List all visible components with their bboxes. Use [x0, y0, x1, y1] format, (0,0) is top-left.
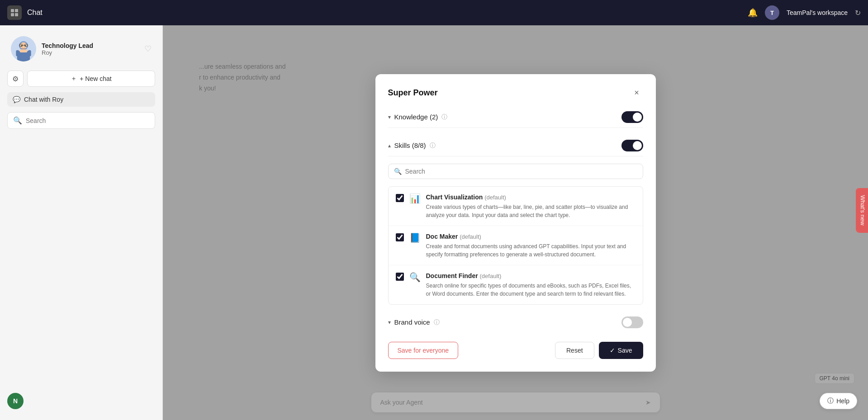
whats-new-tab[interactable]: What's new [856, 188, 868, 232]
save-label: Save [618, 347, 632, 354]
workspace-name: TeamPal's workspace [787, 9, 848, 16]
favorite-heart-icon[interactable]: ♡ [144, 44, 152, 54]
skills-row-left: ▴ Skills (8/8) ⓘ [388, 142, 436, 150]
topbar-right: 🔔 T TeamPal's workspace ↻ [748, 5, 861, 20]
topbar-title: Chat [27, 9, 43, 17]
super-power-modal: Super Power × ▾ Knowledge (2) ⓘ ▴ Skills… [375, 74, 656, 372]
knowledge-label: Knowledge (2) [394, 113, 438, 121]
skills-search-icon: 🔍 [394, 168, 402, 175]
skill-content-1: Doc Maker (default) Create and format do… [426, 232, 636, 259]
knowledge-section-row: ▾ Knowledge (2) ⓘ [388, 107, 643, 128]
chat-icon: 💬 [13, 96, 20, 103]
topbar-left: Chat [7, 5, 43, 20]
skill-item: 📊 Chart Visualization (default) Create v… [389, 187, 643, 226]
chat-with-roy-item[interactable]: 💬 Chat with Roy [7, 92, 155, 107]
skill-name-0: Chart Visualization (default) [426, 193, 506, 201]
skill-item: 🔍 Document Finder (default) Search onlin… [389, 265, 643, 304]
svg-rect-1 [17, 51, 30, 61]
help-button[interactable]: ⓘ Help [820, 393, 857, 409]
skills-toggle[interactable] [621, 140, 643, 151]
refresh-icon[interactable]: ↻ [855, 9, 861, 17]
skill-name-1: Doc Maker (default) [426, 233, 481, 240]
settings-button[interactable]: ⚙ [7, 71, 24, 87]
brand-voice-toggle[interactable] [621, 316, 643, 328]
skills-label: Skills (8/8) [394, 142, 426, 149]
modal-close-button[interactable]: × [631, 87, 643, 99]
skill-item: 📘 Doc Maker (default) Create and format … [389, 226, 643, 265]
topbar: Chat 🔔 T TeamPal's workspace ↻ [0, 0, 868, 25]
modal-header: Super Power × [388, 87, 643, 99]
brand-voice-chevron-icon[interactable]: ▾ [388, 319, 391, 326]
skills-list: 📊 Chart Visualization (default) Create v… [388, 186, 643, 305]
brand-voice-row-left: ▾ Brand voice ⓘ [388, 318, 440, 326]
skill-tag-1: (default) [460, 233, 481, 240]
skill-desc-1: Create and format documents using advanc… [426, 242, 636, 259]
skills-section-row: ▴ Skills (8/8) ⓘ [388, 135, 643, 156]
svg-rect-5 [28, 50, 31, 56]
user-avatar-corner[interactable]: N [7, 393, 24, 409]
skill-tag-2: (default) [480, 273, 502, 279]
plus-icon: ＋ [71, 75, 77, 83]
skill-name-2: Document Finder (default) [426, 272, 502, 279]
new-chat-button[interactable]: ＋ + New chat [27, 71, 155, 87]
help-circle-icon: ⓘ [827, 397, 834, 405]
skill-desc-2: Search online for specific types of docu… [426, 282, 636, 298]
skill-content-0: Chart Visualization (default) Create var… [426, 193, 636, 219]
skill-checkbox-1[interactable] [396, 233, 404, 241]
knowledge-row-left: ▾ Knowledge (2) ⓘ [388, 113, 448, 121]
save-button[interactable]: ✓ Save [599, 342, 643, 359]
topbar-logo[interactable] [7, 5, 22, 20]
agent-info: Technology Lead Roy [42, 42, 139, 56]
brand-voice-info-icon[interactable]: ⓘ [434, 318, 440, 326]
search-icon: 🔍 [13, 116, 22, 125]
knowledge-toggle[interactable] [621, 111, 643, 123]
skill-tag-0: (default) [484, 194, 506, 201]
svg-rect-3 [20, 49, 28, 52]
agent-name: Roy [42, 49, 139, 56]
help-label: Help [836, 397, 849, 405]
new-chat-label: + New chat [80, 75, 111, 82]
agent-role: Technology Lead [42, 42, 139, 49]
brand-voice-label: Brand voice [394, 318, 430, 326]
agent-card: Technology Lead Roy ♡ [7, 33, 155, 65]
skills-info-icon[interactable]: ⓘ [430, 142, 436, 150]
skills-search-input[interactable] [405, 168, 637, 175]
save-for-everyone-button[interactable]: Save for everyone [388, 342, 459, 359]
agent-avatar [11, 36, 36, 61]
svg-point-6 [21, 45, 23, 47]
search-box: 🔍 [7, 112, 155, 129]
sidebar-actions: ⚙ ＋ + New chat [7, 71, 155, 87]
layout: Technology Lead Roy ♡ ⚙ ＋ + New chat 💬 C… [0, 0, 868, 420]
skill-checkbox-2[interactable] [396, 273, 404, 281]
skill-content-2: Document Finder (default) Search online … [426, 272, 636, 298]
skills-search-box: 🔍 [388, 164, 643, 179]
reset-button[interactable]: Reset [555, 342, 594, 359]
search-input[interactable] [26, 117, 149, 124]
notification-bell-icon[interactable]: 🔔 [748, 8, 758, 18]
sidebar: Technology Lead Roy ♡ ⚙ ＋ + New chat 💬 C… [0, 25, 163, 420]
knowledge-info-icon[interactable]: ⓘ [441, 113, 447, 121]
skill-icon-1: 📘 [409, 232, 421, 243]
save-checkmark-icon: ✓ [610, 347, 615, 354]
skills-chevron-icon[interactable]: ▴ [388, 142, 391, 149]
knowledge-chevron-icon[interactable]: ▾ [388, 114, 391, 120]
skill-desc-0: Create various types of charts—like bar,… [426, 203, 636, 219]
svg-rect-4 [16, 50, 19, 56]
chat-with-roy-label: Chat with Roy [24, 96, 63, 103]
skill-checkbox-0[interactable] [396, 194, 404, 202]
modal-footer: Save for everyone Reset ✓ Save [388, 340, 643, 359]
main-content: ...ure seamless operations andr to enhan… [163, 25, 868, 420]
skill-icon-0: 📊 [409, 193, 421, 204]
footer-right-buttons: Reset ✓ Save [555, 342, 643, 359]
skill-icon-2: 🔍 [409, 272, 421, 283]
modal-title: Super Power [388, 88, 438, 98]
workspace-avatar[interactable]: T [765, 5, 779, 20]
svg-point-7 [25, 45, 26, 47]
brand-voice-row: ▾ Brand voice ⓘ [388, 312, 643, 333]
